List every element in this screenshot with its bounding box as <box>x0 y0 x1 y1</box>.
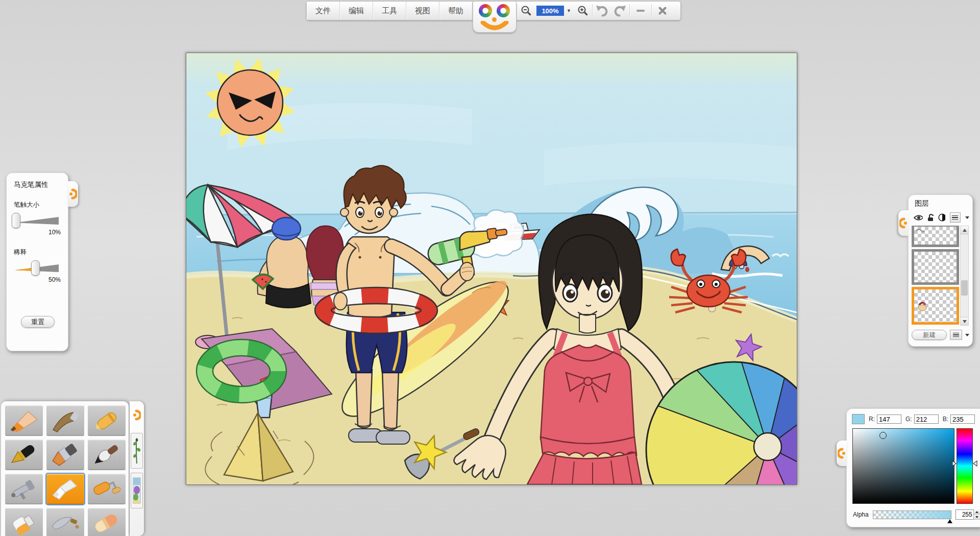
tool-marker-selected[interactable] <box>46 474 84 504</box>
picture-stamp-icon <box>133 476 141 505</box>
plant-stamp-button[interactable] <box>131 433 143 469</box>
red-input[interactable] <box>877 415 901 424</box>
zoom-out-button[interactable] <box>517 2 535 20</box>
canvas-artwork-beach-scene <box>186 53 797 484</box>
menu-file-label: 文件 <box>315 6 331 16</box>
scroll-down-button[interactable] <box>961 317 968 325</box>
tool-paint-bottle[interactable] <box>5 508 43 536</box>
brush-size-label: 笔触大小 <box>14 201 62 209</box>
layer-menu-button[interactable] <box>950 212 961 223</box>
brush-size-slider[interactable] <box>14 213 61 228</box>
logo-rainbow-eye-left-icon <box>479 4 492 17</box>
tool-palette-knife[interactable] <box>46 508 84 536</box>
panel-drag-handle[interactable] <box>68 181 78 207</box>
color-picker-panel: R: G: B: Alpha <box>846 408 980 527</box>
menu-file[interactable]: 文件 <box>307 2 340 20</box>
tool-ink-brush[interactable] <box>88 440 126 470</box>
sv-cursor[interactable] <box>879 432 887 439</box>
tool-pencil[interactable] <box>5 405 43 436</box>
scroll-up-button[interactable] <box>961 226 968 234</box>
tool-flat-brush[interactable] <box>46 440 84 470</box>
unlock-icon[interactable] <box>927 213 934 222</box>
alpha-increment-button[interactable] <box>974 509 980 515</box>
alpha-decrement-button[interactable] <box>974 515 980 520</box>
paint-roller-icon <box>90 476 123 502</box>
current-color-swatch <box>852 414 865 424</box>
layer-menu-caret-icon[interactable] <box>965 216 969 219</box>
color-panel-drag-handle[interactable] <box>837 441 847 466</box>
layers-title: 图层 <box>915 199 969 208</box>
tool-fountain-pen[interactable] <box>5 440 43 470</box>
menu-tools[interactable]: 工具 <box>373 2 406 20</box>
tool-eraser[interactable] <box>88 508 126 536</box>
saturation-value-square[interactable] <box>852 428 954 504</box>
visibility-eye-icon[interactable] <box>914 214 923 221</box>
menu-view-label: 视图 <box>415 6 430 16</box>
alpha-slider[interactable] <box>873 510 951 519</box>
redo-button[interactable] <box>611 2 629 20</box>
palette-side-strip <box>130 401 144 536</box>
menu-help-label: 帮助 <box>448 6 463 16</box>
handle-grip-icon <box>838 448 846 459</box>
wood-pen-icon <box>49 407 82 434</box>
tool-paint-roller[interactable] <box>88 474 126 504</box>
undo-icon <box>595 5 608 17</box>
blue-input[interactable] <box>950 415 975 424</box>
layer-item-3-selected[interactable] <box>912 287 959 325</box>
eraser-icon <box>90 510 123 536</box>
dilution-slider[interactable] <box>14 261 61 275</box>
undo-button[interactable] <box>593 2 611 20</box>
drawing-canvas[interactable] <box>186 53 797 485</box>
layers-panel: 图层 <box>908 194 973 347</box>
minimize-button[interactable] <box>630 2 651 20</box>
green-label: G: <box>905 416 912 423</box>
red-label: R: <box>869 416 875 423</box>
hue-marker-left-icon[interactable] <box>952 460 957 467</box>
new-layer-button[interactable]: 新建 <box>912 330 947 340</box>
opacity-half-circle-icon[interactable] <box>938 213 945 222</box>
close-button[interactable] <box>652 2 673 20</box>
plant-stamp-icon <box>133 436 141 466</box>
brush-size-thumb[interactable] <box>12 213 20 228</box>
layer-item-1[interactable] <box>912 226 959 247</box>
menu-help[interactable]: 帮助 <box>439 2 473 20</box>
layers-bottom-caret-icon[interactable] <box>965 334 969 336</box>
crayon-icon <box>90 407 123 434</box>
tool-crayon[interactable] <box>88 405 126 436</box>
pencil-icon <box>8 407 40 434</box>
dilution-thumb[interactable] <box>31 260 40 276</box>
redo-icon <box>614 5 627 17</box>
marker-icon <box>49 476 82 502</box>
layers-panel-drag-handle[interactable] <box>898 210 909 236</box>
alpha-value-input[interactable] <box>956 510 973 519</box>
tool-airbrush[interactable] <box>5 474 43 504</box>
layers-bottom-menu-button[interactable] <box>950 330 962 340</box>
zoom-dropdown-caret-icon[interactable]: ▼ <box>564 8 574 13</box>
blue-label: B: <box>943 416 948 423</box>
picture-stamp-button[interactable] <box>131 473 143 508</box>
handle-grip-icon <box>133 409 141 421</box>
zoom-level-field[interactable]: 100% <box>536 6 564 16</box>
layers-scrollbar[interactable] <box>960 226 969 326</box>
layers-header-icons <box>914 212 969 223</box>
menu-edit[interactable]: 编辑 <box>340 2 373 20</box>
handle-grip-icon <box>899 217 908 229</box>
scroll-up-icon <box>963 229 967 232</box>
logo-rainbow-eye-right-icon <box>497 4 510 17</box>
zoom-in-button[interactable] <box>574 2 592 20</box>
green-input[interactable] <box>914 415 939 424</box>
handle-grip-icon <box>69 188 77 200</box>
brush-size-track[interactable] <box>15 216 59 225</box>
tool-wood-pen[interactable] <box>46 405 84 436</box>
hue-bar[interactable] <box>957 428 973 504</box>
alpha-label: Alpha <box>853 511 869 518</box>
reset-button[interactable]: 重置 <box>21 316 55 328</box>
layer-item-2[interactable] <box>912 249 959 285</box>
alpha-marker-icon[interactable] <box>947 519 952 523</box>
layer1-thumbnail-sketch <box>915 227 925 234</box>
app-logo-slot <box>473 2 517 20</box>
hue-marker-right-icon[interactable] <box>973 460 977 467</box>
palette-drag-handle[interactable] <box>130 401 144 429</box>
menu-view[interactable]: 视图 <box>406 2 439 20</box>
scrollbar-thumb[interactable] <box>961 280 968 296</box>
